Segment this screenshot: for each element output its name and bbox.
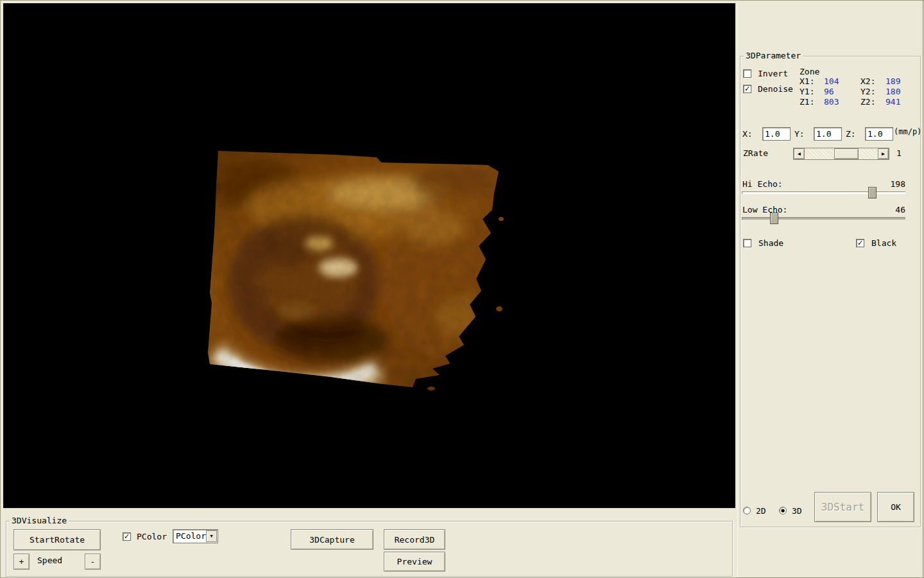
record3d-button[interactable]: Record3D [384, 529, 445, 550]
zone-z1-value: 803 [824, 97, 839, 107]
pcolor-label: PColor [137, 532, 167, 541]
zone-x1-label: X1: [800, 76, 814, 86]
mode-3d-radio[interactable]: ● [779, 507, 787, 514]
start-rotate-button[interactable]: StartRotate [13, 529, 101, 550]
hi-echo-label: Hi Echo: [742, 179, 783, 189]
preview-button[interactable]: Preview [384, 552, 445, 572]
invert-label: Invert [758, 69, 788, 78]
mode-2d-radio[interactable] [743, 507, 751, 514]
zone-y2-value: 180 [886, 87, 900, 96]
ultrasound-volume-render [207, 147, 508, 391]
zone-x2-label: X2: [860, 76, 875, 86]
low-echo-label: Low Echo: [742, 205, 787, 215]
x-scale-label: X: [742, 129, 753, 139]
shade-label: Shade [758, 238, 783, 248]
zone-z2-value: 941 [886, 97, 900, 107]
right-arrow-icon: ▶ [882, 152, 885, 157]
zone-y1-value: 96 [824, 87, 834, 96]
zrate-thumb[interactable] [834, 148, 859, 159]
low-echo-slider[interactable] [742, 217, 905, 220]
black-checkmark: ✓ [857, 240, 863, 247]
parameter-group-title: 3DParameter [744, 51, 803, 60]
mode-3d-dot: ● [781, 509, 785, 513]
combo-dropdown-button[interactable]: ▼ [206, 530, 217, 542]
zone-title: Zone [800, 67, 819, 76]
hi-echo-value: 198 [890, 179, 905, 189]
y-scale-label: Y: [794, 129, 805, 139]
speed-label: Speed [37, 556, 62, 565]
3dstart-button[interactable]: 3DStart [814, 492, 871, 522]
pcolor-combobox[interactable]: PColor ▼ [173, 529, 218, 543]
mode-2d-label: 2D [756, 506, 766, 516]
visualize-group-title: 3DVisualize [10, 516, 69, 525]
y-scale-input[interactable] [814, 127, 842, 141]
app-window: { "window": { "bg_color": "#ECE9D8", "va… [0, 0, 924, 578]
render-viewport[interactable] [3, 3, 735, 508]
zrate-label: ZRate [743, 148, 768, 158]
x-scale-input[interactable] [762, 127, 791, 141]
black-label: Black [871, 238, 896, 248]
z-scale-input[interactable] [865, 127, 893, 141]
pcolor-checkmark: ✓ [124, 533, 130, 540]
shade-checkbox[interactable] [743, 239, 751, 247]
mode-3d-label: 3D [792, 506, 802, 516]
left-arrow-icon: ◀ [798, 152, 801, 157]
zone-z1-label: Z1: [800, 97, 814, 107]
low-echo-thumb[interactable] [770, 213, 778, 224]
zrate-value: 1 [896, 148, 902, 158]
zone-x2-value: 189 [886, 76, 900, 86]
invert-checkbox[interactable] [743, 69, 751, 78]
zrate-right-arrow[interactable]: ▶ [878, 148, 889, 159]
ok-button[interactable]: OK [877, 492, 914, 522]
zrate-scrollbar[interactable]: ◀ ▶ [793, 148, 889, 160]
zrate-track[interactable] [805, 148, 878, 159]
zrate-left-arrow[interactable]: ◀ [794, 148, 805, 159]
panel-divider [3, 508, 735, 509]
pcolor-checkbox[interactable]: ✓ [123, 532, 131, 541]
black-checkbox[interactable]: ✓ [856, 239, 864, 247]
low-echo-value: 46 [890, 205, 905, 215]
denoise-checkmark: ✓ [744, 85, 750, 92]
chevron-down-icon: ▼ [210, 534, 212, 539]
hi-echo-slider[interactable] [742, 191, 905, 194]
speed-minus-button[interactable]: - [85, 554, 101, 570]
scale-unit-label: (mm/p) [894, 127, 921, 136]
denoise-label: Denoise [758, 84, 793, 94]
zone-z2-label: Z2: [860, 97, 875, 107]
denoise-checkbox[interactable]: ✓ [743, 85, 751, 93]
zone-y2-label: Y2: [860, 87, 875, 96]
zone-x1-value: 104 [824, 76, 839, 86]
zone-y1-label: Y1: [800, 87, 814, 96]
speed-plus-button[interactable]: + [13, 554, 30, 570]
3dcapture-button[interactable]: 3DCapture [291, 529, 373, 550]
hi-echo-thumb[interactable] [868, 187, 877, 198]
z-scale-label: Z: [846, 129, 856, 139]
pcolor-combo-value: PColor [176, 531, 206, 541]
